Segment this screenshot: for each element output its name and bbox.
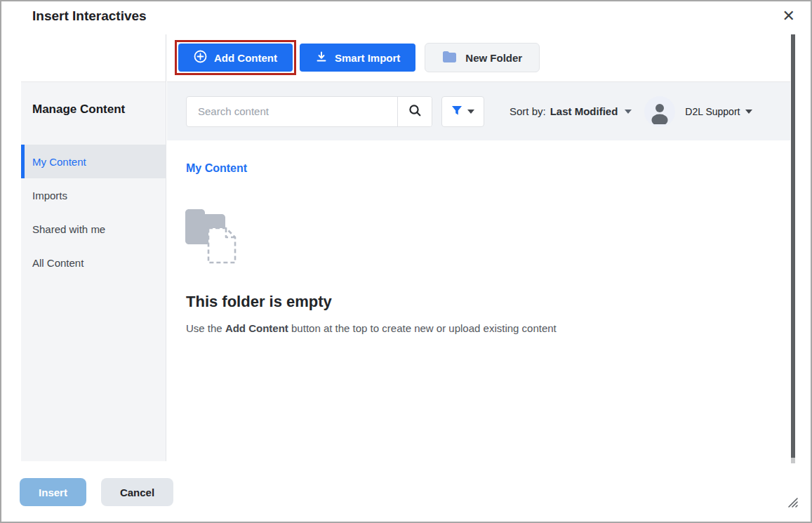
close-icon[interactable]: ✕ [783,8,795,24]
empty-desc-bold: Add Content [225,322,288,334]
search-box [186,96,432,127]
add-content-button[interactable]: Add Content [178,44,293,72]
sidebar-item-label: All Content [32,257,84,269]
sidebar: Manage Content My Content Imports Shared… [21,81,166,461]
empty-folder-illustration [185,204,240,268]
content-header: Sort by: Last Modified D2L Support [167,81,790,140]
dialog-title: Insert Interactives [32,8,147,24]
person-icon [648,102,672,127]
sidebar-heading: Manage Content [32,102,166,117]
filter-button[interactable] [441,96,484,127]
user-avatar[interactable] [644,96,675,127]
sidebar-item-my-content[interactable]: My Content [21,145,166,178]
empty-state-title: This folder is empty [186,293,332,311]
sort-by-dropdown[interactable]: Sort by: Last Modified [510,105,632,117]
breadcrumb[interactable]: My Content [186,162,247,175]
new-folder-label: New Folder [465,52,522,64]
sidebar-item-imports[interactable]: Imports [21,178,166,212]
insert-interactives-dialog: Insert Interactives ✕ Add Content [0,0,812,523]
download-icon [315,51,328,65]
smart-import-button[interactable]: Smart Import [300,44,415,72]
empty-desc-suffix: button at the top to create new or uploa… [288,322,557,334]
filter-funnel-icon [451,105,462,118]
empty-state-description: Use the Add Content button at the top to… [186,322,557,334]
folder-icon [442,51,457,65]
search-button[interactable] [397,97,432,126]
user-name: D2L Support [685,106,740,117]
search-input[interactable] [187,97,397,126]
chevron-down-icon [467,110,474,114]
smart-import-label: Smart Import [335,52,400,64]
user-menu[interactable]: D2L Support [685,106,752,117]
add-content-highlight-box: Add Content [175,40,296,75]
cancel-button[interactable]: Cancel [101,478,173,506]
sidebar-item-label: Imports [32,190,67,201]
vertical-scrollbar-thumb[interactable] [791,34,795,458]
vertical-scrollbar-track-end [791,458,795,463]
sidebar-item-shared-with-me[interactable]: Shared with me [21,212,166,246]
plus-circle-icon [194,50,207,65]
sidebar-item-label: My Content [32,156,86,168]
toolbar-divider [166,34,166,81]
chevron-down-icon [745,110,752,114]
resize-handle-icon[interactable] [787,496,799,512]
sidebar-item-all-content[interactable]: All Content [21,246,166,279]
empty-desc-prefix: Use the [186,322,225,334]
add-content-label: Add Content [214,52,277,64]
new-folder-button[interactable]: New Folder [425,43,540,72]
sort-by-label: Sort by: [510,105,546,117]
sidebar-item-label: Shared with me [32,223,105,235]
toolbar: Add Content Smart Import New Folder [175,40,540,75]
search-icon [408,104,422,119]
sort-by-value: Last Modified [550,105,618,117]
sidebar-items: My Content Imports Shared with me All Co… [21,145,166,279]
chevron-down-icon [625,110,632,114]
insert-button[interactable]: Insert [20,478,86,506]
